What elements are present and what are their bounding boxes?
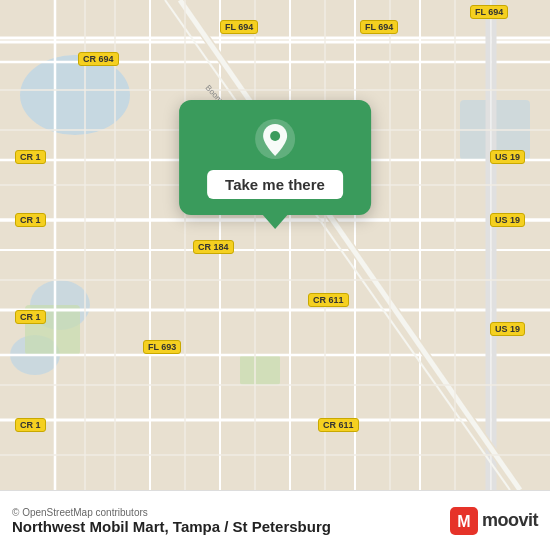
road-label-fl694-center: FL 694: [220, 20, 258, 34]
road-label-cr1-left1: CR 1: [15, 150, 46, 164]
bottom-bar: © OpenStreetMap contributors Northwest M…: [0, 490, 550, 550]
location-pin-icon: [254, 118, 296, 160]
map-container: Boom Rd CR 694 FL 694 FL 694 FL 694 CR 1…: [0, 0, 550, 490]
take-me-there-button[interactable]: Take me there: [207, 170, 343, 199]
road-label-us19-right2: US 19: [490, 213, 525, 227]
road-label-cr694-left: CR 694: [78, 52, 119, 66]
road-label-cr611-bottom: CR 611: [318, 418, 359, 432]
svg-rect-5: [240, 355, 280, 385]
moovit-icon: M: [450, 507, 478, 535]
road-label-cr611-center: CR 611: [308, 293, 349, 307]
svg-point-1: [20, 55, 130, 135]
road-label-fl694-right1: FL 694: [360, 20, 398, 34]
road-label-cr184: CR 184: [193, 240, 234, 254]
road-label-cr1-left2: CR 1: [15, 213, 46, 227]
map-attribution: © OpenStreetMap contributors: [12, 507, 331, 518]
map-popup: Take me there: [179, 100, 371, 215]
svg-point-43: [270, 131, 280, 141]
road-label-fl693: FL 693: [143, 340, 181, 354]
location-title: Northwest Mobil Mart, Tampa / St Petersb…: [12, 518, 331, 535]
moovit-logo: M moovit: [450, 507, 538, 535]
bottom-left-info: © OpenStreetMap contributors Northwest M…: [12, 507, 331, 535]
road-label-cr1-left3: CR 1: [15, 310, 46, 324]
svg-text:M: M: [457, 513, 470, 530]
road-label-fl694-top-right: FL 694: [470, 5, 508, 19]
road-label-us19-right3: US 19: [490, 322, 525, 336]
road-label-cr1-left4: CR 1: [15, 418, 46, 432]
moovit-text: moovit: [482, 510, 538, 531]
road-label-us19-right1: US 19: [490, 150, 525, 164]
svg-point-3: [10, 335, 60, 375]
svg-rect-0: [0, 0, 550, 490]
